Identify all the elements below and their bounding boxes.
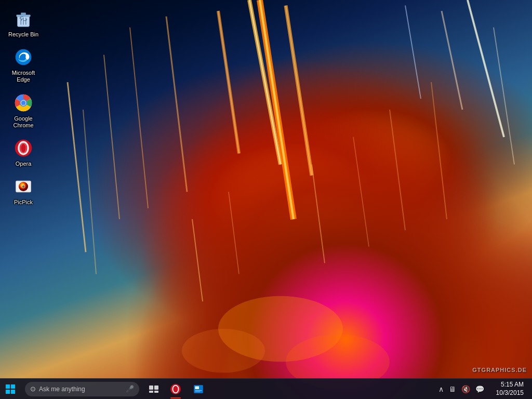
watermark: GTGRAPHICS.DE xyxy=(472,367,527,373)
start-button[interactable] xyxy=(0,379,21,400)
svg-line-26 xyxy=(353,137,369,247)
svg-line-5 xyxy=(286,6,312,176)
opera-icon[interactable]: Opera xyxy=(3,135,44,170)
svg-point-39 xyxy=(21,100,26,105)
svg-point-58 xyxy=(174,385,178,392)
opera-taskbar-button[interactable] xyxy=(164,379,187,400)
opera-svg xyxy=(14,139,33,157)
svg-line-15 xyxy=(405,6,421,99)
other-app-icon xyxy=(193,383,204,395)
svg-line-10 xyxy=(130,28,148,208)
svg-rect-50 xyxy=(6,390,10,394)
opera-taskbar-icon xyxy=(170,383,181,395)
watermark-text: GTGRAPHICS.DE xyxy=(472,367,527,373)
recycle-bin-icon[interactable]: Recycle Bin xyxy=(3,5,44,41)
picpick-label: PicPick xyxy=(14,199,33,206)
svg-line-11 xyxy=(166,17,187,192)
svg-line-3 xyxy=(218,11,239,153)
chrome-label: Google Chrome xyxy=(5,115,42,129)
svg-line-14 xyxy=(442,11,462,110)
other-app-taskbar-button[interactable] xyxy=(187,379,210,400)
svg-rect-62 xyxy=(195,391,200,392)
picpick-svg xyxy=(14,177,33,196)
svg-rect-52 xyxy=(149,385,153,390)
svg-rect-60 xyxy=(195,386,199,389)
clock-date: 10/3/2015 xyxy=(496,389,524,397)
svg-line-24 xyxy=(229,192,239,274)
network-icon[interactable]: 🖥 xyxy=(447,384,458,394)
chrome-icon[interactable]: Google Chrome xyxy=(3,89,44,132)
svg-line-8 xyxy=(104,55,119,219)
recycle-bin-label: Recycle Bin xyxy=(8,31,38,38)
recycle-bin-svg xyxy=(14,9,33,29)
svg-line-28 xyxy=(431,82,447,219)
svg-rect-61 xyxy=(195,390,202,391)
mic-icon: 🎤 xyxy=(126,385,134,393)
task-view-button[interactable] xyxy=(143,379,164,400)
svg-rect-48 xyxy=(6,384,10,389)
chrome-svg xyxy=(14,94,33,112)
volume-icon[interactable]: 🔇 xyxy=(460,384,472,394)
edge-svg xyxy=(14,48,33,66)
svg-line-7 xyxy=(68,82,86,252)
svg-line-13 xyxy=(468,0,504,137)
clock-time: 5:15 AM xyxy=(501,381,524,389)
svg-line-25 xyxy=(312,164,325,263)
svg-line-27 xyxy=(390,110,405,230)
svg-rect-51 xyxy=(11,390,15,394)
tray-expand-icon[interactable]: ∧ xyxy=(437,384,445,394)
svg-point-22 xyxy=(182,329,265,373)
taskbar-right: ∧ 🖥 🔇 💬 5:15 AM 10/3/2015 xyxy=(433,381,532,397)
opera-label: Opera xyxy=(16,161,32,167)
edge-icon[interactable]: Microsoft Edge xyxy=(3,44,44,86)
task-view-icon xyxy=(149,385,158,393)
svg-point-47 xyxy=(22,185,25,188)
svg-line-23 xyxy=(192,219,203,301)
windows-logo-icon xyxy=(6,384,15,394)
svg-rect-31 xyxy=(21,13,26,16)
edge-label: Microsoft Edge xyxy=(5,70,42,83)
wallpaper xyxy=(0,0,532,399)
system-tray: ∧ 🖥 🔇 💬 xyxy=(433,384,490,394)
svg-rect-49 xyxy=(11,384,15,389)
picpick-icon[interactable]: PicPick xyxy=(3,173,44,209)
search-placeholder: Ask me anything xyxy=(39,385,85,393)
svg-rect-54 xyxy=(149,391,153,393)
search-bar[interactable]: ⊙ Ask me anything 🎤 xyxy=(25,382,139,396)
svg-rect-55 xyxy=(154,391,158,393)
taskbar: ⊙ Ask me anything 🎤 xyxy=(0,378,532,399)
desktop-icons: Recycle Bin Microsoft Edge xyxy=(0,0,47,399)
notification-icon[interactable]: 💬 xyxy=(474,384,486,394)
search-icon: ⊙ xyxy=(30,385,36,393)
clock[interactable]: 5:15 AM 10/3/2015 xyxy=(492,381,528,397)
svg-line-16 xyxy=(494,28,514,165)
desktop: Recycle Bin Microsoft Edge xyxy=(0,0,532,399)
svg-rect-53 xyxy=(154,385,158,390)
